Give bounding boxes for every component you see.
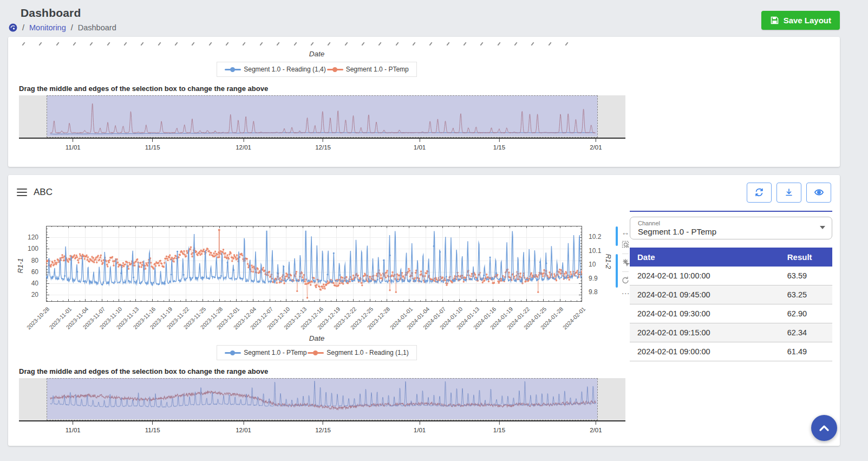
legend-item[interactable]: Segment 1.0 - Reading (1,4) [225, 66, 325, 73]
visibility-button[interactable] [806, 183, 831, 203]
y-tick-label: 100 [12, 245, 38, 252]
table-row: 2024-02-01 09:00:0061.49 [630, 342, 832, 361]
chart-mini-toolbar: ↔ ⋯ [620, 228, 631, 297]
legend-item[interactable]: Segment 1.0 - Reading (1,1) [308, 349, 408, 356]
page-header: Dashboard / Monitoring / Dashboard Save … [0, 0, 868, 37]
legend-top: Segment 1.0 - Reading (1,4)Segment 1.0 -… [217, 62, 416, 77]
drag-hint-top: Drag the middle and edges of the selecti… [19, 85, 268, 93]
y-tick-label: 120 [12, 233, 38, 241]
cell-date: 2024-02-01 10:00:00 [630, 267, 780, 285]
y-tick-label: 10.1 [589, 247, 601, 255]
more-options-icon[interactable]: ⋯ [622, 289, 630, 297]
date-axis-label-top: Date [8, 50, 625, 58]
refresh-button[interactable] [747, 183, 772, 203]
results-table: Date Result 2024-02-01 10:00:0063.592024… [630, 248, 832, 361]
table-header-date: Date [630, 248, 780, 267]
abc-card: ABC 2040608010 [8, 175, 840, 446]
rangeslider-selection[interactable] [47, 378, 597, 420]
abc-header: ABC [8, 175, 840, 205]
legend-label: Segment 1.0 - PTemp [244, 349, 306, 356]
slider-tick: 11/01 [66, 139, 81, 152]
slider-tick: 1/15 [493, 139, 505, 152]
slider-tick: 11/15 [145, 139, 160, 152]
rangeslider-top [19, 95, 625, 139]
table-header-result: Result [780, 248, 832, 267]
cell-date: 2024-02-01 09:00:00 [630, 342, 780, 361]
slider-tick: 12/01 [236, 421, 251, 434]
legend-swatch [225, 67, 241, 72]
floppy-icon [770, 16, 779, 25]
cell-date: 2024-02-01 09:30:00 [630, 304, 780, 323]
panel-drag-handle-icon[interactable] [17, 189, 27, 197]
legend-label: Segment 1.0 - Reading (1,1) [327, 349, 408, 356]
download-icon [784, 187, 794, 197]
cell-date: 2024-02-01 09:15:00 [630, 323, 780, 342]
x-tick-label: 2024-02-01 [562, 306, 586, 330]
slider-tick: 11/01 [66, 421, 81, 434]
page-title: Dashboard [21, 7, 868, 20]
y-scrollbar-handle[interactable] [616, 226, 618, 246]
legend-main: Segment 1.0 - PTempSegment 1.0 - Reading… [217, 345, 416, 360]
cell-date: 2024-02-01 09:45:00 [630, 285, 780, 304]
y-tick-label: 10.2 [589, 233, 601, 241]
table-row: 2024-02-01 09:15:0062.34 [630, 323, 832, 342]
y-axis-right-labels: 9.89.91010.110.2 [585, 205, 605, 331]
breadcrumb-current: Dashboard [78, 23, 116, 32]
legend-swatch [225, 350, 241, 355]
slider-tick: 1/01 [414, 421, 426, 434]
slider-tick: 1/15 [493, 421, 505, 434]
main-plot-canvas[interactable] [46, 226, 582, 302]
eye-icon [814, 187, 824, 197]
channel-select-value: Segment 1.0 - PTemp [638, 227, 824, 236]
legend-item[interactable]: Segment 1.0 - PTemp [225, 349, 306, 356]
y-axis-left-labels: 20406080100120 [8, 205, 43, 331]
cell-result: 62.34 [780, 323, 832, 342]
cell-result: 61.49 [780, 342, 832, 361]
table-row: 2024-02-01 09:45:0063.25 [630, 285, 832, 304]
y-tick-label: 20 [12, 291, 38, 298]
axis-title-r1-2: R1-2 [604, 254, 612, 269]
pan-x-icon[interactable]: ↔ [622, 228, 630, 236]
channel-select-label: Channel [638, 220, 824, 226]
clipped-axis-labels [22, 39, 569, 44]
legend-swatch [308, 350, 324, 355]
slider-tick: 2/01 [590, 421, 602, 434]
scroll-top-button[interactable] [811, 415, 837, 441]
slider-tick: 2/01 [590, 139, 602, 152]
breadcrumb: / Monitoring / Dashboard [9, 23, 868, 32]
axis-title-r1-1: R1-1 [16, 258, 24, 273]
legend-label: Segment 1.0 - Reading (1,4) [244, 66, 325, 73]
legend-swatch [327, 67, 343, 72]
rangeslider-selection[interactable] [47, 95, 597, 138]
rangeslider-bottom [19, 378, 625, 421]
slider-tick: 11/15 [145, 421, 160, 434]
legend-label: Segment 1.0 - PTemp [346, 66, 409, 73]
slider-tick: 12/01 [236, 139, 251, 152]
rangeslider-ticks: 11/0111/1512/0112/151/011/152/01 [19, 421, 625, 436]
chevron-down-icon [820, 226, 825, 229]
y-tick-label: 10 [589, 261, 596, 268]
rangeslider-ticks: 11/0111/1512/0112/151/011/152/01 [19, 139, 625, 153]
cell-result: 63.25 [780, 285, 832, 304]
chevron-up-icon [818, 424, 831, 432]
y-scrollbar-handle[interactable] [616, 254, 618, 288]
table-row: 2024-02-01 09:30:0062.90 [630, 304, 832, 323]
breadcrumb-link-monitoring[interactable]: Monitoring [29, 23, 66, 32]
refresh-icon [754, 187, 764, 197]
reset-icon[interactable] [621, 276, 630, 285]
y-tick-label: 9.9 [589, 275, 598, 282]
slider-tick: 12/15 [315, 139, 331, 152]
main-chart: 20406080100120 9.89.91010.110.2 R1-1 R1-… [8, 205, 629, 331]
slider-tick: 1/01 [414, 139, 426, 152]
cell-result: 63.59 [780, 267, 832, 285]
save-layout-button[interactable]: Save Layout [761, 11, 840, 30]
drag-hint-bottom: Drag the middle and edges of the selecti… [19, 367, 840, 375]
download-button[interactable] [776, 183, 801, 203]
channel-select[interactable]: Channel Segment 1.0 - PTemp [630, 217, 832, 239]
autoscale-icon[interactable] [621, 258, 630, 268]
legend-item[interactable]: Segment 1.0 - PTemp [327, 66, 409, 73]
breadcrumb-separator: / [22, 23, 24, 32]
cell-result: 62.90 [780, 304, 832, 323]
zoom-box-icon[interactable] [621, 240, 630, 250]
breadcrumb-home-icon [9, 23, 17, 32]
